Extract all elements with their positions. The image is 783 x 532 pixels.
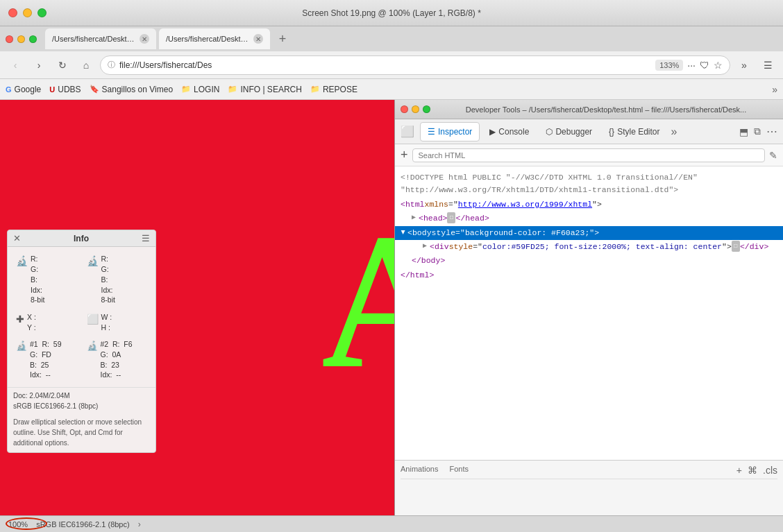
menu-button[interactable]: ☰ [758,55,777,75]
html-open-tag: <html [401,198,425,211]
info-panel-title: Info [74,234,89,243]
bookmark-udbs-label: UDBS [58,85,81,94]
window-title: Screen Shot 19.png @ 100% (Layer 1, RGB/… [302,8,481,18]
doc-info: Doc: 2.04M/2.04M [13,391,150,401]
devtools-layout-icon[interactable]: ⧉ [754,126,761,137]
refresh-button[interactable]: ↻ [53,55,72,75]
devtools-toolbar: ⬜ ☰ Inspector ▶ Console ⬡ Debugger {} St… [395,119,783,144]
bookmarks-more[interactable]: » [772,84,777,95]
color-profile-status: sRGB IEC61966-2.1 (8bpc) [36,520,130,529]
bookmark-google[interactable]: G Google [6,85,41,94]
bookmark-info-search[interactable]: 📁 INFO | SEARCH [228,85,301,94]
resize-icon: ⬜ [87,314,99,325]
tab-inspector[interactable]: ☰ Inspector [420,122,480,141]
html-line-doctype: <!DOCTYPE html PUBLIC "-//W3C//DTD XHTML… [401,171,777,198]
style-editor-icon: {} [609,127,614,137]
udbs-icon: U [49,85,55,94]
head-collapsed-indicator[interactable]: ☐ [447,212,455,223]
bookmark-repose[interactable]: 📁 REPOSE [310,85,357,94]
expand-arrow[interactable]: › [138,520,141,529]
bookmark-login[interactable]: 📁 LOGIN [181,85,219,94]
devtools-maximize[interactable] [423,105,430,113]
sangillos-icon: 🔖 [90,85,99,94]
devtools-close[interactable] [401,105,408,113]
tab-console[interactable]: ▶ Console [482,122,536,141]
xmlns-attr: xmlns [425,198,449,211]
info-panel-menu-icon[interactable]: ☰ [142,233,150,243]
body-expand-triangle[interactable]: ▶ [397,230,408,234]
back-button[interactable]: ‹ [6,55,25,75]
bookmark-login-label: LOGIN [194,85,219,94]
devtools-dock-icon[interactable]: ⬒ [739,126,748,137]
info-hint: Draw elliptical selection or move select… [8,414,155,452]
eyedropper2-icon: 🔬 [87,255,99,266]
tab-close-1[interactable]: ✕ [140,34,149,44]
bookmark-sangillos[interactable]: 🔖 Sangillos on Vimeo [90,85,174,94]
status-circle-highlight [6,517,47,530]
color1-swatch-icon: 🔬 [16,341,27,351]
tab-fonts[interactable]: Fonts [449,465,469,476]
info-color2-vals: R: G: B: Idx: 8-bit [101,254,115,304]
devtools-options-icon[interactable]: ⋯ [766,125,777,138]
devtools-more-tabs[interactable]: » [671,126,677,138]
security-icon: ⓘ [108,60,115,70]
close-button[interactable] [8,8,17,17]
shield-icon[interactable]: 🛡 [700,60,709,71]
info-color1-rgb: #1 R: 59 G: FD B: 25 Idx: -- [30,339,62,380]
color-profile: sRGB IEC61966-2.1 (8bpc) [13,401,150,411]
info-panel-close-button[interactable]: ✕ [13,233,21,243]
doctype-text: <!DOCTYPE html PUBLIC "-//W3C//DTD XHTML… [401,171,777,197]
html-line-body[interactable]: ▶ <body style =" background-color: #F60a… [395,226,783,240]
more-icon[interactable]: ··· [687,60,696,71]
tab-style-editor[interactable]: {} Style Editor [602,122,666,141]
tab-close-2[interactable]: ✕ [253,34,263,44]
browser-chrome: /Users/fishercat/Desktop/test.html ✕ /Us… [0,26,783,100]
html-line-html-close: </html> [401,268,777,282]
tab-animations[interactable]: Animations [401,465,438,476]
forward-button[interactable]: › [29,55,49,75]
tab-close-btn[interactable] [6,35,13,43]
div-collapsed-indicator[interactable]: ☐ [732,241,740,252]
copy-styles-icon[interactable]: ⌘ [748,465,757,476]
new-tab-button[interactable]: + [273,29,292,49]
address-text: file:///Users/fishercat/Des [119,60,651,70]
bookmark-sangillos-label: Sangillos on Vimeo [102,85,174,94]
maximize-button[interactable] [37,8,47,17]
devtools-traffic-lights [401,105,430,113]
star-icon[interactable]: ☆ [714,60,723,71]
info-cell-eyedropper1: 🔬 R: G: B: Idx: 8-bit [12,251,81,307]
inspector-icon: ☰ [428,127,435,137]
address-bar[interactable]: ⓘ file:///Users/fishercat/Des 133% ··· 🛡… [100,55,730,75]
browser-tab-1[interactable]: /Users/fishercat/Desktop/test.html ✕ [45,28,156,49]
info-search-folder-icon: 📁 [228,85,237,94]
info-position-vals: X : Y : [27,312,36,332]
title-bar: Screen Shot 19.png @ 100% (Layer 1, RGB/… [0,0,783,26]
div-collapse-triangle[interactable]: ▶ [423,241,427,252]
filter-classes-icon[interactable]: .cls [763,465,777,476]
devtools-bottom-tabs: Animations Fonts + ⌘ .cls [401,465,777,479]
devtools-minimize[interactable] [412,105,419,113]
head-collapse-triangle[interactable]: ▶ [412,212,416,223]
minimize-button[interactable] [23,8,32,17]
bookmarks-bar: G Google U UDBS 🔖 Sangillos on Vimeo 📁 L… [0,79,783,100]
add-rule-icon[interactable]: + [736,465,742,476]
devtools-titlebar: Developer Tools – /Users/fishercat/Deskt… [395,100,783,119]
devtools-add-node[interactable]: + [401,148,408,162]
home-button[interactable]: ⌂ [76,55,96,75]
info-size-vals: W : H : [101,312,112,332]
tab-debugger[interactable]: ⬡ Debugger [539,122,599,141]
tab-traffic-lights [6,35,37,43]
browser-tab-2[interactable]: /Users/fishercat/Desktop/test.html ✕ [159,28,270,49]
xmlns-value[interactable]: http://www.w3.org/1999/xhtml [458,198,592,211]
html-search-input[interactable] [412,148,765,162]
info-panel: ✕ Info ☰ 🔬 R: G: B: Idx: 8-bit [7,230,156,453]
html-line-html: <html xmlns =" http://www.w3.org/1999/xh… [401,198,777,212]
devtools-pick-element[interactable]: ⬜ [401,125,414,138]
status-bar: 100% sRGB IEC61966-2.1 (8bpc) › [0,515,783,532]
bookmark-udbs[interactable]: U UDBS [49,85,81,94]
devtools-edit-icon[interactable]: ✎ [769,150,777,161]
tab-max-btn[interactable] [29,35,37,43]
html-line-head: ▶ <head> ☐ </head> [412,212,777,225]
sidebar-toggle[interactable]: » [734,55,754,75]
tab-min-btn[interactable] [17,35,25,43]
